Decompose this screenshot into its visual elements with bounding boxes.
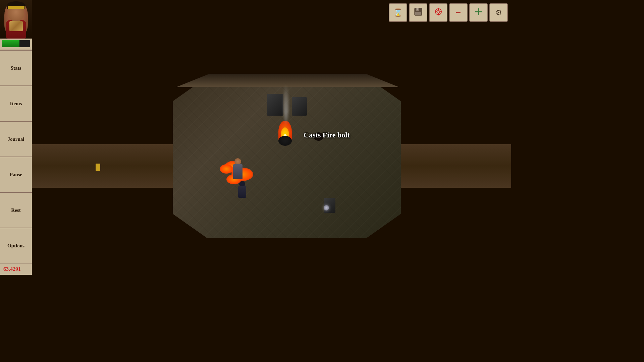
target-button[interactable]	[429, 3, 447, 22]
enemy-creature	[314, 132, 324, 141]
items-button[interactable]: Items	[0, 86, 32, 121]
options-button[interactable]: Options	[0, 228, 32, 263]
toolbar: ⌛ −	[389, 3, 508, 22]
svg-rect-3	[415, 12, 421, 15]
items-label: Items	[10, 101, 22, 107]
bonfire	[278, 136, 292, 146]
zoom-in-button[interactable]	[469, 3, 488, 22]
svg-point-5	[437, 10, 440, 13]
settings-button[interactable]: ⚙	[489, 3, 508, 22]
portrait-headband	[8, 6, 24, 9]
dungeon-scene: Casts Fire bolt	[32, 0, 511, 275]
stats-button[interactable]: Stats	[0, 50, 32, 86]
svg-rect-2	[417, 8, 418, 10]
health-bar-container	[2, 40, 31, 47]
gold-display: 63.4291	[0, 263, 32, 275]
player-character	[233, 164, 243, 179]
journal-button[interactable]: Journal	[0, 121, 32, 157]
stone-block-2	[292, 97, 307, 116]
zoom-out-button[interactable]: −	[449, 3, 468, 22]
corridor-person	[96, 164, 100, 171]
hourglass-button[interactable]: ⌛	[389, 3, 407, 22]
smoke	[283, 84, 288, 124]
character-portrait	[0, 0, 32, 39]
gear-icon: ⚙	[495, 8, 502, 17]
minus-icon: −	[456, 7, 461, 18]
ground-item	[324, 205, 329, 210]
character-panel	[0, 0, 32, 50]
pause-button[interactable]: Pause	[0, 157, 32, 192]
hourglass-icon: ⌛	[393, 8, 402, 17]
rest-button[interactable]: Rest	[0, 192, 32, 228]
gold-value: 63.4291	[3, 266, 21, 272]
player-head	[234, 158, 241, 165]
player-body	[233, 164, 243, 179]
pause-label: Pause	[10, 172, 22, 178]
enemy-body	[238, 186, 246, 198]
journal-label: Journal	[7, 136, 24, 142]
stats-label: Stats	[11, 65, 21, 71]
fire-blob-4	[220, 164, 233, 174]
health-bar	[2, 40, 19, 47]
room-wall-top	[176, 74, 399, 87]
stone-block-1	[267, 94, 283, 116]
game-area[interactable]: Casts Fire bolt	[32, 0, 511, 275]
options-label: Options	[7, 243, 24, 249]
rest-label: Rest	[11, 207, 20, 213]
portrait-armor	[9, 21, 23, 31]
save-button[interactable]	[409, 3, 427, 22]
sidebar: Stats Items Journal Pause Rest Options 6…	[0, 0, 32, 275]
save-icon	[414, 7, 423, 18]
creature-body	[314, 132, 324, 141]
plus-icon	[474, 7, 483, 18]
enemy-character	[238, 186, 246, 198]
crosshair-icon	[434, 7, 443, 18]
fire-base	[278, 136, 292, 146]
